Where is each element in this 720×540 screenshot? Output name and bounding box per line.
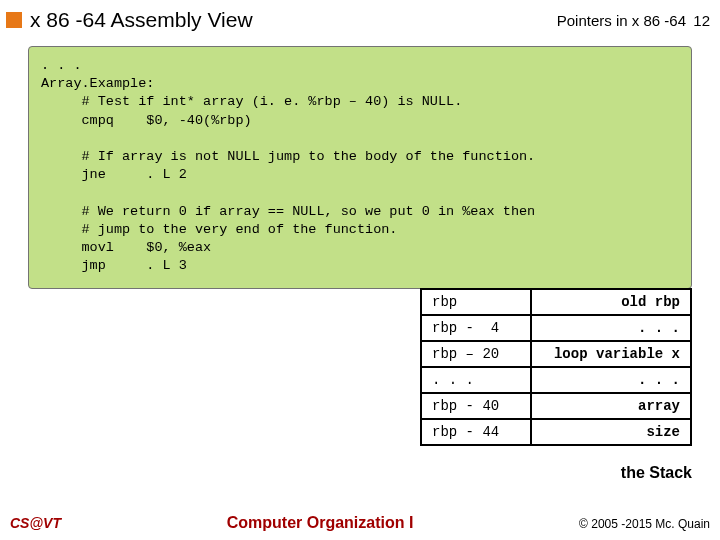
footer-right: © 2005 -2015 Mc. Quain bbox=[579, 517, 710, 531]
stack-table: rbp old rbp rbp - 4 . . . rbp – 20 loop … bbox=[420, 288, 692, 446]
stack-value: loop variable x bbox=[531, 341, 691, 367]
slide-topic: Pointers in x 86 -64 bbox=[557, 12, 686, 29]
table-row: rbp old rbp bbox=[421, 289, 691, 315]
table-row: rbp – 20 loop variable x bbox=[421, 341, 691, 367]
table-row: rbp - 44 size bbox=[421, 419, 691, 445]
stack-offset: rbp - 44 bbox=[421, 419, 531, 445]
slide-title: x 86 -64 Assembly View bbox=[30, 8, 253, 32]
footer-left: CS@VT bbox=[10, 515, 61, 531]
stack-offset: rbp - 40 bbox=[421, 393, 531, 419]
slide-topic-group: Pointers in x 86 -64 12 bbox=[557, 12, 710, 29]
slide-number: 12 bbox=[692, 12, 710, 29]
stack-value: size bbox=[531, 419, 691, 445]
stack-offset: rbp – 20 bbox=[421, 341, 531, 367]
stack-value: . . . bbox=[531, 367, 691, 393]
table-row: . . . . . . bbox=[421, 367, 691, 393]
assembly-code-block: . . . Array.Example: # Test if int* arra… bbox=[28, 46, 692, 289]
slide-header: x 86 -64 Assembly View Pointers in x 86 … bbox=[0, 0, 720, 40]
slide-footer: CS@VT Computer Organization I © 2005 -20… bbox=[0, 514, 720, 532]
title-group: x 86 -64 Assembly View bbox=[6, 8, 253, 32]
footer-center: Computer Organization I bbox=[227, 514, 414, 532]
stack-value: old rbp bbox=[531, 289, 691, 315]
stack-offset: . . . bbox=[421, 367, 531, 393]
stack-label: the Stack bbox=[621, 464, 692, 482]
table-row: rbp - 40 array bbox=[421, 393, 691, 419]
stack-value: array bbox=[531, 393, 691, 419]
stack-offset: rbp bbox=[421, 289, 531, 315]
title-bullet-icon bbox=[6, 12, 22, 28]
stack-offset: rbp - 4 bbox=[421, 315, 531, 341]
stack-value: . . . bbox=[531, 315, 691, 341]
table-row: rbp - 4 . . . bbox=[421, 315, 691, 341]
